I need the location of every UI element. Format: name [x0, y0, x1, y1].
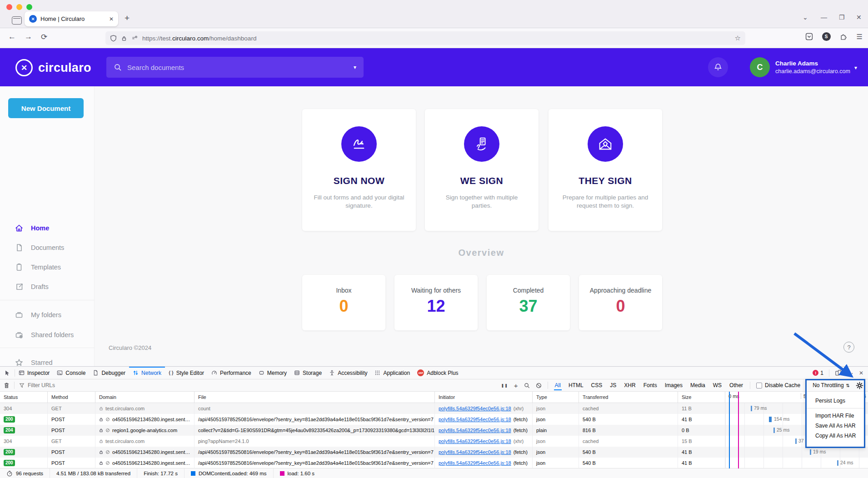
forward-button[interactable]: → — [25, 32, 32, 41]
add-request-icon[interactable]: + — [514, 382, 518, 389]
user-menu-caret-icon[interactable]: ▾ — [854, 65, 857, 71]
filter-pill-xhr[interactable]: XHR — [623, 380, 636, 390]
column-header-method[interactable]: Method — [48, 392, 95, 403]
completed-stat-card[interactable]: Completed 37 — [487, 275, 570, 330]
initiator-link[interactable]: polyfills.54a6329f54ec0e56.js:18 — [439, 428, 511, 433]
search-requests-icon[interactable] — [524, 383, 530, 388]
reload-button[interactable]: ⟳ — [41, 32, 47, 42]
column-header-transferred[interactable]: Transferred — [579, 392, 678, 403]
sign-now-card[interactable]: SIGN NOW Fill out forms and add your dig… — [302, 109, 416, 231]
network-settings-gear-icon[interactable] — [856, 382, 863, 389]
initiator-link[interactable]: polyfills.54a6329f54ec0e56.js:18 — [439, 406, 511, 411]
help-button[interactable]: ? — [843, 342, 854, 353]
throttling-dropdown[interactable]: No Throttling ⇅ — [813, 382, 850, 388]
filter-urls-input[interactable]: Filter URLs — [19, 382, 55, 388]
waiting-stat-card[interactable]: Waiting for others 12 — [394, 275, 478, 330]
tab-memory[interactable]: Memory — [255, 367, 290, 379]
initiator-link[interactable]: polyfills.54a6329f54ec0e56.js:18 — [439, 438, 511, 444]
column-header-type[interactable]: Type — [533, 392, 579, 403]
clear-requests-trash-icon[interactable] — [4, 382, 10, 388]
column-header-domain[interactable]: Domain — [95, 392, 195, 403]
filter-pill-images[interactable]: Images — [664, 380, 683, 390]
tab-style-editor[interactable]: { } Style Editor — [165, 367, 208, 379]
tab-debugger[interactable]: Debugger — [89, 367, 129, 379]
filter-pill-ws[interactable]: WS — [712, 380, 723, 390]
deadline-stat-card[interactable]: Approaching deadline 0 — [579, 275, 662, 330]
permissions-icon[interactable] — [131, 35, 138, 41]
tab-console[interactable]: Console — [53, 367, 89, 379]
they-sign-card[interactable]: THEY SIGN Prepare for multiple parties a… — [549, 109, 662, 231]
filter-pill-fonts[interactable]: Fonts — [643, 380, 658, 390]
initiator-link[interactable]: polyfills.54a6329f54ec0e56.js:18 — [439, 460, 511, 466]
extensions-puzzle-icon[interactable] — [840, 33, 848, 40]
back-button[interactable]: ← — [8, 32, 16, 41]
tab-accessibility[interactable]: Accessibility — [325, 367, 371, 379]
new-tab-button[interactable]: + — [125, 13, 130, 23]
column-header-status[interactable]: Status — [0, 392, 48, 403]
hamburger-menu-icon[interactable]: ☰ — [857, 33, 863, 41]
circularo-logo[interactable]: ✕ circularo — [15, 59, 91, 76]
search-type-caret-icon[interactable]: ▾ — [349, 64, 356, 70]
inbox-stat-card[interactable]: Inbox 0 — [302, 275, 385, 330]
sidebar-item-my-folders[interactable]: My folders — [0, 305, 95, 325]
filter-pill-all[interactable]: All — [554, 380, 562, 390]
responsive-design-icon[interactable] — [835, 369, 842, 376]
disable-cache-checkbox[interactable]: Disable Cache — [756, 382, 800, 388]
tab-performance[interactable]: Performance — [208, 367, 255, 379]
column-header-file[interactable]: File — [195, 392, 435, 403]
url-bar[interactable]: https://test.circularo.com/home/dashboar… — [105, 31, 745, 45]
bookmark-star-icon[interactable]: ☆ — [735, 34, 741, 42]
close-icon[interactable]: ✕ — [856, 14, 862, 21]
menu-item-save-all-har[interactable]: Save All As HAR — [807, 421, 864, 431]
menu-item-copy-all-har[interactable]: Copy All As HAR — [807, 431, 864, 441]
menu-item-persist-logs[interactable]: Persist Logs — [807, 396, 864, 406]
list-tabs-icon[interactable]: ⌄ — [803, 14, 808, 21]
sidebar-item-documents[interactable]: Documents — [0, 238, 95, 258]
pocket-icon[interactable] — [805, 33, 813, 40]
firefox-view-icon[interactable] — [12, 16, 22, 25]
restore-icon[interactable]: ❐ — [839, 14, 845, 21]
sidebar-item-templates[interactable]: Templates — [0, 257, 95, 277]
pause-icon[interactable]: ❚❚ — [501, 383, 508, 388]
initiator-link[interactable]: polyfills.54a6329f54ec0e56.js:18 — [439, 449, 511, 455]
sentry-extension-icon[interactable]: S — [822, 32, 831, 41]
sidebar-item-shared-folders[interactable]: Shared folders — [0, 325, 95, 345]
close-window-button[interactable] — [6, 4, 12, 10]
we-sign-card[interactable]: WE SIGN Sign together with multiple part… — [425, 109, 539, 231]
filter-pill-media[interactable]: Media — [689, 380, 706, 390]
performance-analysis-icon[interactable] — [6, 470, 13, 477]
pick-element-icon[interactable] — [0, 367, 15, 379]
notifications-button[interactable] — [708, 57, 728, 77]
tab-close-icon[interactable]: ✕ — [109, 16, 114, 22]
filter-pill-other[interactable]: Other — [728, 380, 744, 390]
filter-pill-html[interactable]: HTML — [568, 380, 584, 390]
devtools-close-icon[interactable]: ✕ — [859, 370, 863, 376]
column-header-size[interactable]: Size — [678, 392, 725, 403]
tab-network[interactable]: Network — [129, 367, 165, 379]
sidebar-item-home[interactable]: Home — [0, 218, 95, 238]
shield-icon[interactable] — [110, 35, 117, 42]
search-documents-input[interactable]: Search documents ▾ — [106, 57, 364, 78]
column-header-initiator[interactable]: Initiator — [435, 392, 533, 403]
block-requests-icon[interactable] — [536, 383, 542, 388]
meatball-menu-icon[interactable]: ⋯ — [847, 369, 853, 377]
lock-icon[interactable] — [121, 35, 127, 42]
initiator-link[interactable]: polyfills.54a6329f54ec0e56.js:18 — [439, 417, 511, 422]
filter-pill-js[interactable]: JS — [609, 380, 617, 390]
sidebar-item-starred[interactable]: Starred — [0, 353, 95, 366]
tab-inspector[interactable]: Inspector — [15, 367, 53, 379]
minimize-window-button[interactable] — [16, 4, 22, 10]
sidebar-item-drafts[interactable]: Drafts — [0, 277, 95, 297]
menu-item-import-har[interactable]: Import HAR File — [807, 411, 864, 421]
tab-adblock-plus[interactable]: ABP Adblock Plus — [414, 367, 462, 379]
browser-tab[interactable]: ✕ Home | Circularo ✕ — [25, 11, 118, 26]
tab-storage[interactable]: Storage — [290, 367, 325, 379]
new-document-button[interactable]: New Document — [8, 98, 84, 118]
error-count-badge[interactable]: ! 1 — [813, 370, 823, 376]
tab-application[interactable]: Application — [371, 367, 414, 379]
minimize-icon[interactable]: — — [821, 14, 827, 21]
user-avatar[interactable]: C — [750, 57, 770, 77]
sidebar-item-label: Documents — [31, 244, 64, 251]
zoom-window-button[interactable] — [26, 4, 32, 10]
filter-pill-css[interactable]: CSS — [590, 380, 604, 390]
